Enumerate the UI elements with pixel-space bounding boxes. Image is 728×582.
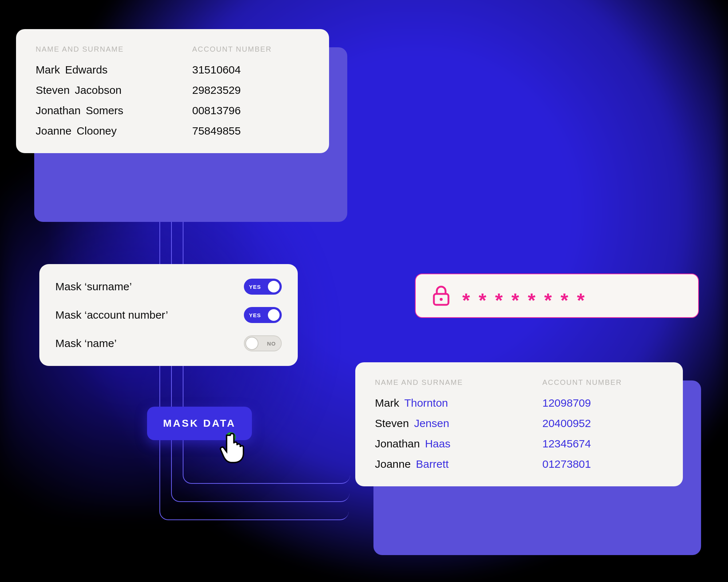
last-name-masked: Haas (425, 438, 450, 450)
first-name: Mark (36, 64, 60, 76)
account-number-masked: 12098709 (542, 397, 591, 409)
header-account: ACCOUNT NUMBER (192, 45, 283, 53)
toggle-name[interactable]: NO (244, 335, 282, 351)
account-number: 00813796 (192, 104, 283, 117)
account-number-masked: 20400952 (542, 417, 591, 430)
toggle-knob (267, 308, 280, 322)
toggle-account-number[interactable]: YES (244, 307, 282, 323)
setting-row: Mask ‘surname’ YES (55, 279, 282, 295)
first-name: Steven (375, 417, 409, 429)
toggle-state: NO (267, 340, 276, 347)
first-name: Steven (36, 84, 70, 96)
lock-icon (432, 285, 451, 306)
header-name: NAME AND SURNAME (36, 45, 192, 53)
last-name: Somers (86, 104, 123, 116)
setting-label: Mask ‘name’ (55, 337, 116, 350)
setting-row: Mask ‘name’ NO (55, 335, 282, 351)
last-name: Jacobson (75, 84, 121, 96)
table-row: JoanneClooney 75849855 (36, 125, 309, 137)
last-name-masked: Thornton (404, 397, 448, 409)
first-name: Jonathan (375, 438, 420, 450)
account-number-masked: 01273801 (542, 458, 591, 470)
result-table-card: NAME AND SURNAME ACCOUNT NUMBER MarkThor… (355, 362, 683, 486)
setting-row: Mask ‘account number’ YES (55, 307, 282, 323)
last-name: Edwards (65, 64, 108, 76)
svg-point-1 (440, 298, 443, 301)
last-name-masked: Barrett (416, 458, 448, 470)
header-account: ACCOUNT NUMBER (542, 378, 622, 387)
password-mask: ******** (462, 290, 593, 310)
setting-label: Mask ‘account number’ (55, 309, 168, 321)
header-name: NAME AND SURNAME (375, 378, 542, 387)
button-label: MASK DATA (163, 418, 236, 429)
table-row: MarkEdwards 31510604 (36, 64, 309, 76)
table-row: MarkThornton 12098709 (375, 397, 663, 409)
toggle-surname[interactable]: YES (244, 279, 282, 295)
toggle-state: YES (249, 284, 261, 290)
account-number: 29823529 (192, 84, 283, 96)
account-number: 31510604 (192, 64, 283, 76)
toggle-state: YES (249, 312, 261, 318)
table-header: NAME AND SURNAME ACCOUNT NUMBER (36, 45, 309, 53)
first-name: Jonathan (36, 104, 80, 116)
table-row: JonathanHaas 12345674 (375, 438, 663, 450)
first-name: Joanne (375, 458, 411, 470)
table-row: JoanneBarrett 01273801 (375, 458, 663, 470)
first-name: Joanne (36, 125, 71, 137)
masked-password-pill: ******** (415, 274, 699, 318)
pointer-hand-icon (218, 431, 248, 463)
table-row: JonathanSomers 00813796 (36, 104, 309, 117)
table-header: NAME AND SURNAME ACCOUNT NUMBER (375, 378, 663, 387)
mask-settings-card: Mask ‘surname’ YES Mask ‘account number’… (39, 264, 298, 366)
toggle-knob (245, 337, 258, 350)
table-row: StevenJacobson 29823529 (36, 84, 309, 96)
account-number: 75849855 (192, 125, 283, 137)
table-row: StevenJensen 20400952 (375, 417, 663, 430)
toggle-knob (267, 280, 280, 293)
first-name: Mark (375, 397, 399, 409)
last-name: Clooney (76, 125, 116, 137)
last-name-masked: Jensen (414, 417, 449, 429)
source-table-card: NAME AND SURNAME ACCOUNT NUMBER MarkEdwa… (16, 29, 329, 153)
setting-label: Mask ‘surname’ (55, 280, 132, 293)
account-number-masked: 12345674 (542, 438, 591, 450)
